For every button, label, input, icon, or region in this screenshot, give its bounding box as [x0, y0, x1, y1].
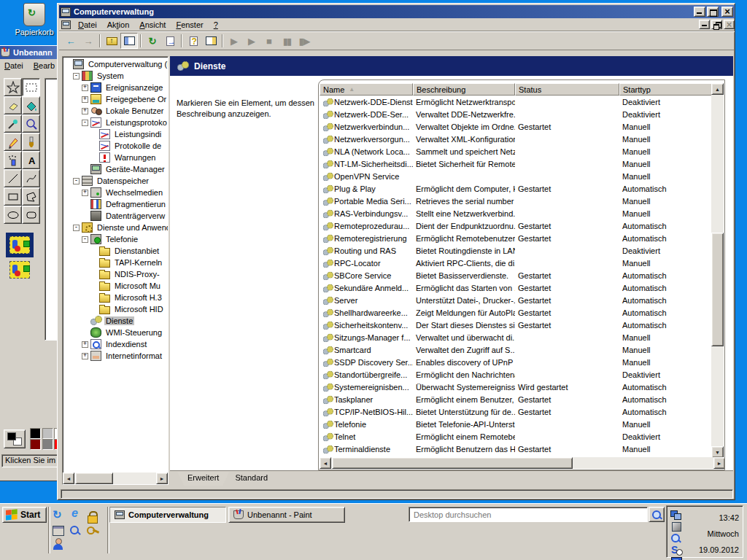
network-tray-icon[interactable]	[670, 510, 682, 520]
menu-ansicht[interactable]: Ansicht	[134, 19, 171, 31]
clock-time[interactable]: 13:42	[696, 510, 739, 526]
mdi-restore-button[interactable]	[711, 20, 722, 29]
service-row[interactable]: TelefonieBietet Telefonie-API-Unterst...…	[320, 418, 713, 430]
mdi-system-icon[interactable]	[61, 20, 71, 29]
list-vscroll-thumb[interactable]	[711, 233, 724, 346]
service-row[interactable]: Portable Media Seri...Retrieves the seri…	[320, 195, 713, 207]
show-description-button[interactable]	[202, 33, 220, 49]
tree-item-datenspeicher[interactable]: -Datenspeicher	[64, 175, 168, 187]
scroll-left-button[interactable]	[320, 457, 331, 469]
tree-item-ndis-proxy-[interactable]: NDIS-Proxy-	[64, 268, 168, 280]
service-row[interactable]: Shellhardwareerke...Zeigt Meldungen für …	[320, 306, 713, 319]
tree-item-indexdienst[interactable]: +Indexdienst	[64, 338, 168, 350]
service-row[interactable]: Sitzungs-Manager f...Verwaltet und überw…	[320, 331, 713, 343]
search-tray-icon[interactable]	[670, 533, 682, 543]
tree-item-leistungsindi[interactable]: Leistungsindi	[64, 128, 168, 140]
tab-erweitert[interactable]: Erweitert	[177, 472, 229, 486]
service-row[interactable]: Routing und RASBietet Routingdienste in …	[320, 244, 713, 257]
back-button[interactable]: ←	[62, 33, 80, 49]
paint-menu-bearb[interactable]: Bearb	[28, 60, 60, 71]
tree-item-dienstanbiet[interactable]: Dienstanbiet	[64, 245, 168, 257]
scroll-left-button[interactable]	[63, 472, 74, 484]
tree-item-internetinformat[interactable]: +Internetinformat	[64, 350, 168, 362]
select-tool[interactable]	[22, 78, 40, 96]
fill-tool[interactable]	[22, 96, 40, 114]
text-tool[interactable]: A	[22, 151, 40, 169]
color-swatch[interactable]	[42, 439, 53, 450]
maximize-button[interactable]	[707, 7, 719, 17]
tree-toggle[interactable]: +	[82, 353, 88, 359]
service-row[interactable]: ServerUnterstützt Datei-, Drucker-...Ges…	[320, 294, 713, 306]
current-colors[interactable]	[4, 429, 26, 448]
service-row[interactable]: SBCore ServiceBietet Basisserverdienste.…	[320, 269, 713, 281]
close-button[interactable]	[721, 7, 733, 17]
help-button[interactable]: ?	[185, 33, 202, 49]
tree-item-freigegebene-or[interactable]: +Freigegebene Or	[64, 93, 168, 105]
search-button[interactable]	[649, 507, 665, 522]
start-button[interactable]: Start	[2, 507, 47, 523]
mdi-close-button[interactable]	[724, 20, 735, 29]
column-header-name[interactable]: Name▲	[320, 83, 413, 96]
service-row[interactable]: SSDP Discovery Ser...Enables discovery o…	[320, 356, 713, 368]
tree-toggle[interactable]: -	[73, 225, 80, 231]
service-row[interactable]: Systemereignisben...Überwacht Systemerei…	[320, 381, 713, 393]
curve-tool[interactable]	[22, 169, 40, 187]
service-row[interactable]: TaskplanerErmöglicht einem Benutzer, ...…	[320, 393, 713, 405]
box-tray-icon[interactable]	[670, 521, 682, 532]
service-row[interactable]: Netzwerkversorgun...Verwaltet XML-Konfig…	[320, 133, 713, 145]
list-hscroll-thumb[interactable]	[332, 457, 573, 469]
tree-item-dienste-und-anwend[interactable]: -Dienste und Anwend	[64, 222, 168, 233]
minimize-button[interactable]	[694, 7, 705, 17]
desktop-search-input[interactable]	[409, 507, 648, 522]
tab-standard[interactable]: Standard	[225, 472, 278, 486]
ie-quick-launch-icon[interactable]	[69, 508, 83, 521]
tree-item-dienste[interactable]: Dienste	[64, 315, 168, 327]
tree-item-system[interactable]: -System	[64, 70, 168, 82]
export-list-button[interactable]: →	[161, 33, 179, 49]
service-row[interactable]: TelnetErmöglicht einem Remotebe...Deakti…	[320, 430, 713, 443]
transparent-selection-option[interactable]	[6, 257, 34, 282]
menu-aktion[interactable]: Aktion	[102, 19, 135, 31]
keys-quick-launch-icon[interactable]	[86, 524, 101, 537]
show-console-tree-button[interactable]	[120, 33, 138, 49]
scroll-right-button[interactable]	[156, 472, 168, 484]
task-button-unbenannt-paint[interactable]: Unbenannt - Paint	[228, 507, 345, 523]
tree-toggle[interactable]: +	[82, 85, 88, 91]
tree-toggle[interactable]: -	[73, 178, 80, 184]
sync-quick-launch-icon[interactable]	[51, 508, 66, 521]
color-swatch[interactable]	[30, 439, 41, 450]
tree-item-datentr-gerverw[interactable]: Datenträgerverw	[64, 210, 168, 222]
tree-item-warnungen[interactable]: Warnungen	[64, 152, 168, 163]
task-button-computerverwaltung[interactable]: Computerverwaltung	[109, 507, 226, 523]
scroll-down-button[interactable]	[711, 446, 724, 458]
clock-weekday[interactable]: Mittwoch	[696, 526, 739, 542]
search-quick-launch-icon[interactable]	[69, 524, 83, 537]
book-tray-icon[interactable]	[670, 556, 682, 560]
tree-toggle[interactable]: -	[73, 73, 80, 79]
service-row[interactable]: NT-LM-Sicherheitsdi...Bietet Sicherheit …	[320, 158, 713, 170]
menu-fenster[interactable]: Fenster	[171, 19, 208, 31]
tree-item-tapi-kerneln[interactable]: TAPI-Kerneln	[64, 257, 168, 268]
polygon-tool[interactable]	[22, 187, 40, 206]
scroll-up-button[interactable]	[711, 83, 724, 95]
tree-toggle[interactable]: -	[82, 120, 88, 126]
schedule-tray-icon[interactable]	[670, 545, 682, 555]
service-row[interactable]: RAS-Verbindungsv...Stellt eine Netzwerkv…	[320, 207, 713, 219]
free-form-select-tool[interactable]	[4, 78, 22, 96]
ellipse-tool[interactable]	[4, 206, 22, 224]
tree-toggle[interactable]: +	[82, 96, 88, 103]
brush-tool[interactable]	[22, 133, 40, 151]
pencil-tool[interactable]	[4, 133, 22, 151]
service-row[interactable]: SmartcardVerwaltet den Zugriff auf S...M…	[320, 343, 713, 356]
up-one-level-button[interactable]	[103, 33, 120, 49]
service-row[interactable]: TCP/IP-NetBIOS-Hil...Bietet Unterstützun…	[320, 405, 713, 418]
tree-item-protokolle-de[interactable]: Protokolle de	[64, 140, 168, 152]
service-row[interactable]: Netzwerk-DDE-DienstErmöglicht Netzwerktr…	[320, 96, 713, 108]
service-row[interactable]: RemoteregistrierungErmöglicht Remotebenu…	[320, 232, 713, 244]
clock-date[interactable]: 19.09.2012	[696, 542, 739, 558]
column-header-status[interactable]: Status	[515, 83, 619, 96]
tree-toggle[interactable]: +	[82, 108, 88, 114]
mdi-minimize-button[interactable]	[699, 20, 710, 29]
rectangle-tool[interactable]	[4, 187, 22, 206]
mmc-titlebar[interactable]: Computerverwaltung	[59, 5, 735, 18]
